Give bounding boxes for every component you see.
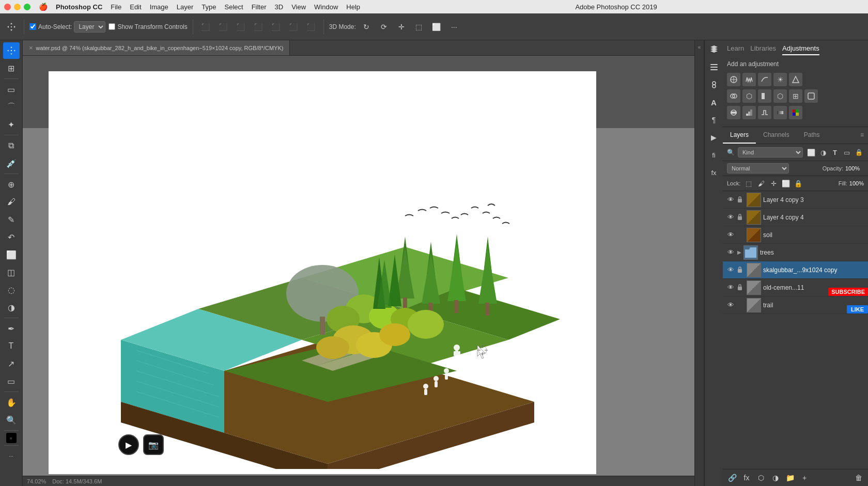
minimize-button[interactable] <box>14 4 21 10</box>
gradient-map-icon[interactable] <box>773 106 787 119</box>
canvas-viewport[interactable]: ▶ 📷 <box>23 56 694 476</box>
add-mask-icon[interactable]: ⬡ <box>755 472 767 484</box>
instagram-button[interactable]: 📷 <box>143 434 164 455</box>
channels-icon-btn[interactable] <box>707 60 721 74</box>
menu-type[interactable]: Type <box>202 3 216 11</box>
pen-tool-button[interactable]: ✒ <box>3 320 20 337</box>
vibrance-icon[interactable] <box>789 73 802 86</box>
lock-image-icon[interactable]: 🖌 <box>756 178 766 189</box>
visibility-icon-trail[interactable]: 👁 <box>726 301 735 310</box>
3d-slide-icon[interactable]: ⬚ <box>412 20 426 34</box>
crop-tool-button[interactable]: ⧉ <box>3 137 20 154</box>
menu-file[interactable]: File <box>111 3 121 11</box>
delete-layer-icon[interactable]: 🗑 <box>853 472 865 484</box>
menu-layer[interactable]: Layer <box>177 3 194 11</box>
lock-transparent-icon[interactable]: ⬚ <box>743 178 754 189</box>
visibility-icon-4copy4[interactable]: 👁 <box>726 213 735 222</box>
channel-mixer-icon[interactable]: ⊞ <box>789 89 802 103</box>
youtube-button[interactable]: ▶ <box>118 434 139 455</box>
layer-item-trees[interactable]: 👁 ▶ trees <box>723 244 868 261</box>
menu-window[interactable]: Window <box>314 3 338 11</box>
visibility-icon-trees[interactable]: 👁 <box>726 248 735 257</box>
layers-menu-icon[interactable]: ≡ <box>856 127 868 144</box>
maximize-button[interactable] <box>24 4 30 10</box>
layer-item-trail[interactable]: 👁 trail LIKE <box>723 296 868 314</box>
curves-icon[interactable] <box>758 73 771 86</box>
new-fill-icon[interactable]: ◑ <box>769 472 782 484</box>
new-layer-icon[interactable]: + <box>798 472 811 484</box>
glyphs-icon-btn[interactable]: fi <box>707 148 721 162</box>
more-tools-button[interactable]: ··· <box>3 448 20 464</box>
history-brush-button[interactable]: ↶ <box>3 229 20 245</box>
play-icon-btn[interactable]: ▶ <box>707 130 721 145</box>
layers-icon-btn[interactable] <box>707 42 721 57</box>
menu-select[interactable]: Select <box>224 3 243 11</box>
channels-tab[interactable]: Channels <box>756 127 797 144</box>
move-tool-button[interactable] <box>3 42 20 59</box>
align-left-icon[interactable]: ⬛ <box>198 20 213 34</box>
styles-icon-btn[interactable]: fx <box>707 165 721 180</box>
layers-tab[interactable]: Layers <box>723 127 756 144</box>
eyedropper-button[interactable]: 💉 <box>3 155 20 171</box>
path-selection-button[interactable]: ↗ <box>3 355 20 372</box>
align-bottom-icon[interactable]: ⬛ <box>286 20 301 34</box>
tab-adjustments[interactable]: Adjustments <box>782 44 819 55</box>
filter-adjustment-icon[interactable]: ◑ <box>818 147 828 158</box>
visibility-icon-soil[interactable]: 👁 <box>726 230 735 240</box>
align-top-icon[interactable]: ⬛ <box>251 20 266 34</box>
link-layers-icon[interactable]: 🔗 <box>726 472 738 484</box>
zoom-tool-button[interactable]: 🔍 <box>3 412 20 428</box>
more-options-icon[interactable]: ··· <box>447 20 461 34</box>
text-tool-button[interactable]: T <box>3 338 20 354</box>
blur-tool-button[interactable]: ◌ <box>3 281 20 298</box>
lasso-tool-button[interactable]: ⌒ <box>3 99 20 115</box>
new-group-icon[interactable]: 📁 <box>784 472 796 484</box>
invert-icon[interactable] <box>727 106 740 119</box>
paragraph-icon-btn[interactable]: ¶ <box>707 113 721 127</box>
align-center-h-icon[interactable]: ⬛ <box>216 20 230 34</box>
exposure-icon[interactable]: ☀ <box>773 73 787 86</box>
color-lookup-icon[interactable] <box>804 89 818 103</box>
levels-icon[interactable] <box>742 73 756 86</box>
adjustments-icon-btn[interactable] <box>707 77 721 92</box>
blend-mode-dropdown[interactable]: Normal <box>727 163 789 174</box>
brightness-contrast-icon[interactable] <box>727 73 740 86</box>
subscribe-badge[interactable]: SUBSCRIBE <box>828 288 868 296</box>
filter-pixel-icon[interactable]: ⬜ <box>806 147 816 158</box>
auto-select-checkbox[interactable] <box>29 23 36 30</box>
3d-rotate-icon[interactable]: ↻ <box>359 20 374 34</box>
lock-artboard-icon[interactable]: ⬜ <box>781 178 791 189</box>
align-right-icon[interactable]: ⬛ <box>234 20 248 34</box>
brush-tool-button[interactable]: 🖌 <box>3 194 20 210</box>
photo-filter-icon[interactable]: ⬡ <box>773 89 787 103</box>
threshold-icon[interactable] <box>758 106 771 119</box>
paths-tab[interactable]: Paths <box>797 127 827 144</box>
hue-saturation-icon[interactable] <box>727 89 740 103</box>
3d-scale-icon[interactable]: ⬜ <box>429 20 444 34</box>
lock-all-icon[interactable]: 🔒 <box>793 178 803 189</box>
collapse-button[interactable]: « <box>695 40 704 486</box>
hand-tool-button[interactable]: ✋ <box>3 394 20 411</box>
3d-roll-icon[interactable]: ⟳ <box>377 20 391 34</box>
3d-pan-icon[interactable]: ✛ <box>394 20 409 34</box>
text-icon-btn[interactable]: A <box>707 95 721 109</box>
add-style-icon[interactable]: fx <box>740 472 753 484</box>
lock-position-icon[interactable]: ✛ <box>768 178 779 189</box>
distribute-h-icon[interactable]: ⬛ <box>304 20 318 34</box>
menu-filter[interactable]: Filter <box>252 3 267 11</box>
menu-edit[interactable]: Edit <box>130 3 141 11</box>
filter-lock-icon[interactable]: 🔒 <box>854 147 864 158</box>
close-button[interactable] <box>4 4 11 10</box>
layer-filter-dropdown[interactable]: Kind <box>738 147 803 158</box>
group-arrow-trees[interactable]: ▶ <box>737 249 741 255</box>
menu-3d[interactable]: 3D <box>275 3 284 11</box>
magic-wand-button[interactable]: ✦ <box>3 116 20 133</box>
filter-shape-icon[interactable]: ▭ <box>842 147 852 158</box>
close-icon[interactable]: × <box>29 44 33 52</box>
color-balance-icon[interactable]: ⬡ <box>742 89 756 103</box>
visibility-icon-oldcemen[interactable]: 👁 <box>726 283 735 292</box>
marquee-tool-button[interactable]: ▭ <box>3 81 20 98</box>
layer-item-skalgubbar[interactable]: 👁 skalgubbar_...9x1024 copy <box>723 261 868 279</box>
visibility-icon-skalgubbar[interactable]: 👁 <box>726 265 735 275</box>
gradient-tool-button[interactable]: ◫ <box>3 264 20 280</box>
